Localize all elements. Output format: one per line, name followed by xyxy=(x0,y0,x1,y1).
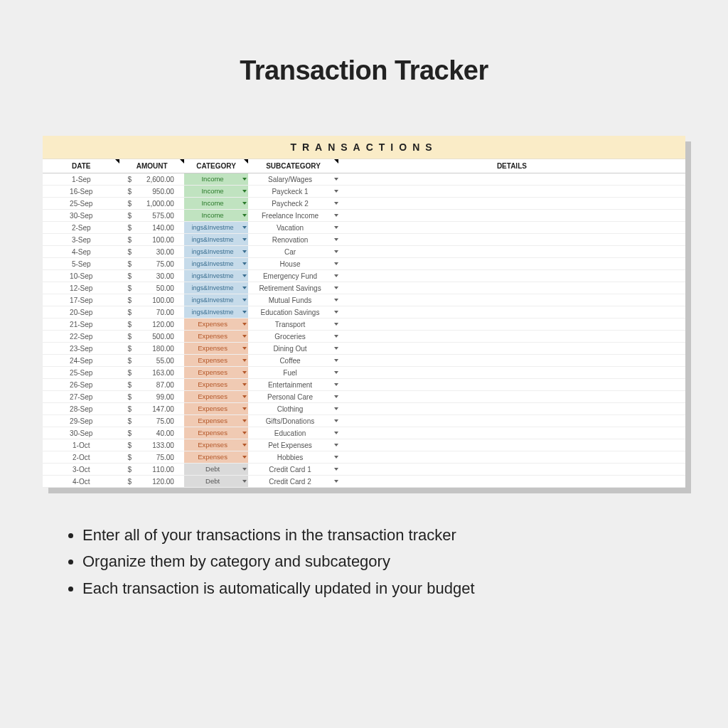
table-row[interactable]: 4-Sep$30.00ings&InvestmeCar xyxy=(43,246,685,258)
category-chip[interactable]: ings&Investme xyxy=(184,222,248,233)
cell-category[interactable]: Expenses xyxy=(184,427,248,439)
chevron-down-icon[interactable] xyxy=(334,480,338,483)
cell-category[interactable]: Debt xyxy=(184,476,248,488)
table-row[interactable]: 3-Sep$100.00ings&InvestmeRenovation xyxy=(43,234,685,246)
chevron-down-icon[interactable] xyxy=(334,395,338,398)
chevron-down-icon[interactable] xyxy=(334,214,338,217)
cell-date[interactable]: 4-Sep xyxy=(43,246,119,258)
table-row[interactable]: 2-Sep$140.00ings&InvestmeVacation xyxy=(43,222,685,234)
category-chip[interactable]: Expenses xyxy=(184,403,248,414)
cell-date[interactable]: 26-Sep xyxy=(43,379,119,391)
cell-amount[interactable]: $99.00 xyxy=(119,391,183,403)
chevron-down-icon[interactable] xyxy=(334,238,338,241)
cell-details[interactable] xyxy=(338,318,685,331)
category-chip[interactable]: ings&Investme xyxy=(184,306,248,318)
chevron-down-icon[interactable] xyxy=(242,311,247,314)
table-row[interactable]: 2-Oct$75.00ExpensesHobbies xyxy=(43,451,685,464)
cell-date[interactable]: 30-Sep xyxy=(43,427,119,439)
cell-details[interactable] xyxy=(338,427,685,439)
chevron-down-icon[interactable] xyxy=(334,323,338,326)
cell-details[interactable] xyxy=(338,294,685,306)
table-row[interactable]: 21-Sep$120.00ExpensesTransport xyxy=(43,318,685,331)
chevron-down-icon[interactable] xyxy=(242,202,247,205)
table-row[interactable]: 3-Oct$110.00DebtCredit Card 1 xyxy=(43,464,685,476)
cell-date[interactable]: 17-Sep xyxy=(43,294,119,306)
category-chip[interactable]: Expenses xyxy=(184,451,248,463)
cell-category[interactable]: ings&Investme xyxy=(184,222,248,234)
category-chip[interactable]: Income xyxy=(184,198,248,209)
chevron-down-icon[interactable] xyxy=(242,178,247,181)
chevron-down-icon[interactable] xyxy=(242,383,247,386)
cell-amount[interactable]: $75.00 xyxy=(119,415,183,427)
cell-amount[interactable]: $575.00 xyxy=(119,210,183,222)
table-row[interactable]: 28-Sep$147.00ExpensesClothing xyxy=(43,403,685,415)
chevron-down-icon[interactable] xyxy=(334,407,338,410)
table-row[interactable]: 20-Sep$70.00ings&InvestmeEducation Savin… xyxy=(43,306,685,318)
chevron-down-icon[interactable] xyxy=(334,311,338,314)
chevron-down-icon[interactable] xyxy=(334,250,338,253)
cell-category[interactable]: Income xyxy=(184,173,248,186)
col-header-date[interactable]: DATE xyxy=(43,159,119,173)
cell-amount[interactable]: $75.00 xyxy=(119,451,183,464)
table-row[interactable]: 30-Sep$575.00IncomeFreelance Income xyxy=(43,210,685,222)
table-row[interactable]: 29-Sep$75.00ExpensesGifts/Donations xyxy=(43,415,685,427)
cell-subcategory[interactable]: Retirement Savings xyxy=(248,282,338,294)
cell-details[interactable] xyxy=(338,198,685,210)
cell-amount[interactable]: $75.00 xyxy=(119,258,183,270)
cell-details[interactable] xyxy=(338,222,685,234)
chevron-down-icon[interactable] xyxy=(242,347,247,350)
chevron-down-icon[interactable] xyxy=(242,226,247,229)
category-chip[interactable]: Expenses xyxy=(184,439,248,451)
cell-category[interactable]: ings&Investme xyxy=(184,306,248,318)
cell-date[interactable]: 23-Sep xyxy=(43,343,119,355)
cell-date[interactable]: 3-Oct xyxy=(43,464,119,476)
category-chip[interactable]: ings&Investme xyxy=(184,270,248,282)
cell-details[interactable] xyxy=(338,355,685,367)
cell-category[interactable]: ings&Investme xyxy=(184,246,248,258)
chevron-down-icon[interactable] xyxy=(334,432,338,434)
col-header-amount[interactable]: AMOUNT xyxy=(119,159,183,173)
cell-amount[interactable]: $163.00 xyxy=(119,367,183,379)
cell-subcategory[interactable]: Fuel xyxy=(248,367,338,379)
table-row[interactable]: 23-Sep$180.00ExpensesDining Out xyxy=(43,343,685,355)
cell-amount[interactable]: $133.00 xyxy=(119,439,183,451)
cell-subcategory[interactable]: Paycheck 2 xyxy=(248,198,338,210)
category-chip[interactable]: ings&Investme xyxy=(184,282,248,294)
cell-amount[interactable]: $40.00 xyxy=(119,427,183,439)
table-row[interactable]: 4-Oct$120.00DebtCredit Card 2 xyxy=(43,476,685,488)
cell-date[interactable]: 22-Sep xyxy=(43,331,119,343)
cell-subcategory[interactable]: Gifts/Donations xyxy=(248,415,338,427)
cell-details[interactable] xyxy=(338,476,685,488)
cell-date[interactable]: 21-Sep xyxy=(43,318,119,331)
category-chip[interactable]: Expenses xyxy=(184,415,248,427)
table-row[interactable]: 30-Sep$40.00ExpensesEducation xyxy=(43,427,685,439)
cell-subcategory[interactable]: Salary/Wages xyxy=(248,173,338,186)
cell-subcategory[interactable]: Mutual Funds xyxy=(248,294,338,306)
chevron-down-icon[interactable] xyxy=(242,287,247,289)
cell-date[interactable]: 27-Sep xyxy=(43,391,119,403)
chevron-down-icon[interactable] xyxy=(242,335,247,338)
category-chip[interactable]: Expenses xyxy=(184,355,248,366)
category-chip[interactable]: Expenses xyxy=(184,391,248,402)
cell-category[interactable]: Expenses xyxy=(184,318,248,331)
cell-subcategory[interactable]: Freelance Income xyxy=(248,210,338,222)
table-row[interactable]: 25-Sep$1,000.00IncomePaycheck 2 xyxy=(43,198,685,210)
cell-category[interactable]: ings&Investme xyxy=(184,270,248,282)
chevron-down-icon[interactable] xyxy=(334,347,338,350)
cell-details[interactable] xyxy=(338,331,685,343)
cell-subcategory[interactable]: House xyxy=(248,258,338,270)
cell-subcategory[interactable]: Credit Card 2 xyxy=(248,476,338,488)
cell-details[interactable] xyxy=(338,367,685,379)
chevron-down-icon[interactable] xyxy=(242,299,247,301)
cell-subcategory[interactable]: Dining Out xyxy=(248,343,338,355)
chevron-down-icon[interactable] xyxy=(334,274,338,277)
cell-details[interactable] xyxy=(338,210,685,222)
cell-amount[interactable]: $120.00 xyxy=(119,476,183,488)
cell-details[interactable] xyxy=(338,246,685,258)
cell-date[interactable]: 5-Sep xyxy=(43,258,119,270)
cell-category[interactable]: Expenses xyxy=(184,415,248,427)
cell-category[interactable]: ings&Investme xyxy=(184,258,248,270)
chevron-down-icon[interactable] xyxy=(242,250,247,253)
cell-category[interactable]: Expenses xyxy=(184,451,248,464)
cell-subcategory[interactable]: Personal Care xyxy=(248,391,338,403)
